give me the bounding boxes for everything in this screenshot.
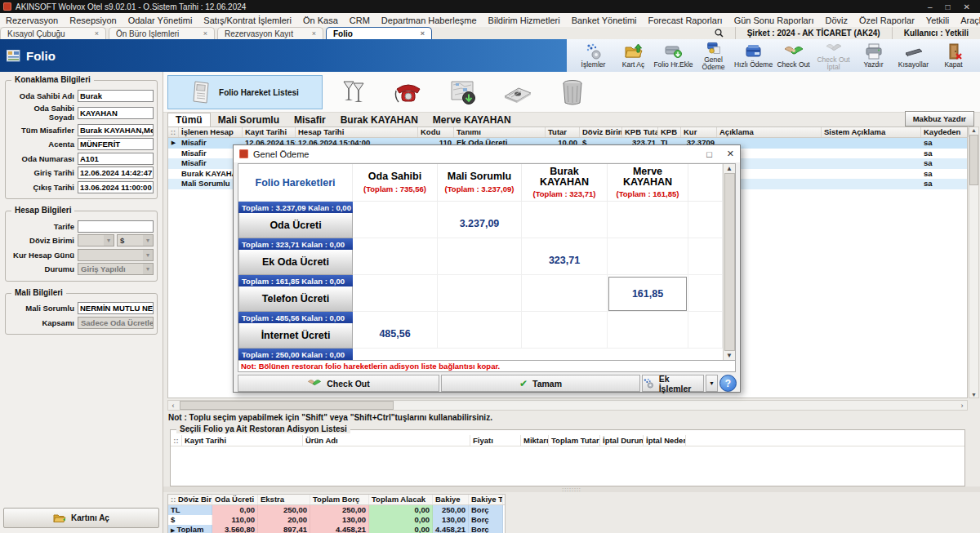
kart-ac-button[interactable]: Kart Aç [613,41,653,70]
grid-cell[interactable] [608,312,688,349]
hizli-odeme-button[interactable]: Hızlı Ödeme [733,41,773,70]
row-label-button[interactable]: İnternet Ücreti [238,323,353,349]
dialog-title-bar[interactable]: Genel Ödeme □ ✕ [234,145,740,162]
close-icon[interactable]: ✕ [964,2,970,11]
tab-rezervasyon-kayit[interactable]: Rezervasyon Kayıt × [217,27,323,39]
map-download-icon[interactable] [445,78,481,107]
menu-item-bildirim[interactable]: Bildirim Hizmetleri [483,16,566,25]
genel-odeme-button[interactable]: Genel Ödeme [693,41,733,70]
doviz-birimi-select[interactable]: ▾ [78,234,114,247]
filter-tab-merve-kayahan[interactable]: Merve KAYAHAN [425,113,519,127]
scroll-thumb[interactable] [180,401,394,410]
kisayollar-button[interactable]: Kısayollar [893,41,933,70]
menu-item-gun-sonu[interactable]: Gün Sonu Raporları [728,16,820,25]
grid-cell[interactable] [522,312,608,349]
kur-hesap-gunu-select[interactable]: ▾ [78,249,154,261]
dialog-help-button[interactable]: ? [719,375,737,392]
menu-item-odalar-yonetimi[interactable]: Odalar Yönetimi [122,16,198,25]
tab-close-icon[interactable]: × [421,29,425,38]
grid-cell[interactable] [438,238,522,275]
giris-tarihi-field[interactable]: 12.06.2024 14:42:47 [78,167,154,179]
grid-cell[interactable] [608,202,688,238]
tab-close-icon[interactable]: × [312,29,316,38]
dialog-tamam-button[interactable]: ✔ Tamam [441,375,640,392]
tum-misafirler-field[interactable]: Burak KAYAHAN,Merve KAYAHAN [78,124,154,136]
folio-hareket-ekle-button[interactable]: Folio Hr.Ekle [653,41,693,70]
menu-item-araclar[interactable]: Araçlar [955,16,980,25]
splitter-handle[interactable]: :::::::: [163,486,980,492]
yazdir-button[interactable]: Yazdır [853,41,893,70]
grid-cell[interactable]: 3.237,09 [438,202,522,238]
kapsami-select[interactable]: Sadece Oda Ücretleri▾ [78,317,154,329]
summary-row-usd[interactable]: $ 110,00 20,00 130,00 0,00 130,00 Borç [168,515,505,525]
makbuz-yazdir-button[interactable]: Makbuz Yazdır [905,111,974,127]
grid-cell[interactable]: 485,56 [353,312,438,349]
grid-cell[interactable] [608,238,688,275]
tab-kisayol-cubugu[interactable]: Kısayol Çubuğu × [0,27,106,39]
islemler-button[interactable]: İşlemler [573,41,613,70]
oda-sahibi-soyadi-field[interactable]: KAYAHAN [78,107,154,119]
dialog-ek-islemler-button[interactable]: Ek İşlemler [642,375,704,392]
dialog-vertical-scrollbar[interactable]: ▲ ▼ [723,164,735,360]
scroll-up-icon[interactable]: ▲ [726,165,733,172]
mali-sorumlu-field[interactable]: NERMİN MUTLU NERMİN MUTLU [78,302,154,314]
menu-item-resepsiyon[interactable]: Resepsiyon [64,16,122,25]
grid-cell[interactable] [353,238,438,275]
scroll-thumb[interactable] [724,173,735,351]
cikis-tarihi-field[interactable]: 13.06.2024 11:00:00 [78,181,154,193]
menu-item-banket[interactable]: Banket Yönetimi [566,16,643,25]
search-icon[interactable] [703,27,735,39]
filter-tab-mali-sorumlu[interactable]: Mali Sorumlu [211,113,287,127]
oda-numarasi-field[interactable]: A101 [78,153,154,165]
scroll-thumb[interactable] [969,135,978,185]
tab-on-buro-islemleri[interactable]: Ön Büro İşlemleri × [109,27,215,39]
menu-item-on-kasa[interactable]: Ön Kasa [297,16,344,25]
menu-item-crm[interactable]: CRM [344,16,376,25]
acenta-field[interactable]: MÜNFERİT [78,138,154,150]
horizontal-scrollbar[interactable]: ‹ › [167,400,968,411]
scroll-down-icon[interactable]: ▼ [971,392,977,398]
scroll-down-icon[interactable]: ▼ [726,352,733,359]
scroll-left-icon[interactable]: ‹ [168,402,178,410]
maximize-icon[interactable]: □ [946,2,951,11]
scroll-up-icon[interactable]: ▲ [971,127,977,133]
menu-item-rezervasyon[interactable]: Rezervasyon [0,16,64,25]
dialog-close-icon[interactable]: ✕ [727,149,734,159]
menu-item-departman[interactable]: Departman Haberleşme [376,16,483,25]
grid-cell[interactable] [438,275,522,312]
filter-tab-misafir[interactable]: Misafir [287,113,333,127]
menu-item-satis-kontrat[interactable]: Satış/Kontrat İşlemleri [198,16,297,25]
kartini-ac-button[interactable]: Kartını Aç [3,508,159,528]
kapat-button[interactable]: Kapat [933,41,973,70]
summary-row-toplam[interactable]: ▶Toplam 3.560,80 897,41 4.458,21 0,00 4.… [168,525,505,533]
filter-tab-burak-kayahan[interactable]: Burak KAYAHAN [333,113,425,127]
tab-close-icon[interactable]: × [203,29,207,38]
tarife-field[interactable] [78,220,154,233]
menu-item-doviz[interactable]: Döviz [819,16,853,25]
grid-cell[interactable] [353,202,438,238]
ek-islemler-dropdown-icon[interactable]: ▼ [706,375,718,392]
grid-cell[interactable] [522,202,608,238]
row-label-button[interactable]: Telefon Ücreti [238,286,353,312]
durumu-select[interactable]: Giriş Yapıldı▾ [78,263,154,275]
ledger-book-icon[interactable] [500,78,536,107]
tab-close-icon[interactable]: × [95,29,99,38]
oda-sahibi-adi-field[interactable]: Burak [78,90,154,102]
menu-item-yetkili[interactable]: Yetkili [920,16,955,25]
menu-item-ozel-raporlar[interactable]: Özel Raporlar [853,16,920,25]
grid-cell[interactable] [522,275,608,312]
summary-row-tl[interactable]: TL 0,00 250,00 250,00 0,00 250,00 Borç [168,505,505,515]
telephone-icon[interactable] [390,78,426,107]
dialog-check-out-button[interactable]: Check Out [238,375,439,392]
dialog-maximize-icon[interactable]: □ [706,149,712,159]
cocktail-icon[interactable] [336,78,372,107]
row-label-button[interactable]: Ek Oda Ücreti [238,250,353,275]
doviz-para-select[interactable]: $▾ [117,234,154,247]
grid-cell-focused[interactable]: 161,85 [608,275,688,312]
minimize-icon[interactable]: – [928,2,933,11]
grid-cell[interactable] [353,275,438,312]
menu-item-forecast[interactable]: Forecast Raporları [643,16,728,25]
folio-hareket-listesi-button[interactable]: Folio Hareket Listesi [167,75,323,109]
grid-cell[interactable] [438,312,522,349]
tab-folio[interactable]: Folio × [326,27,432,39]
